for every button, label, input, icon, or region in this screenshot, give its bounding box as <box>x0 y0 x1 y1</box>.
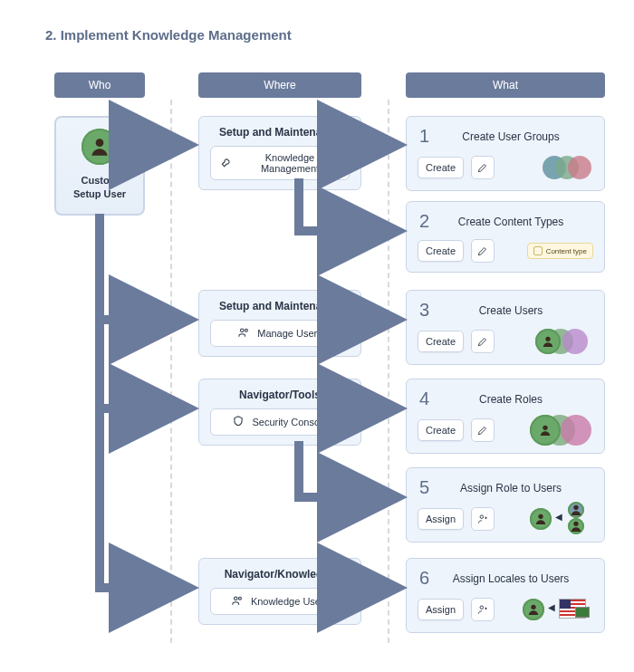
svg-point-2 <box>245 329 248 331</box>
assign-button[interactable]: Assign <box>418 508 464 530</box>
assign-role-graphic: ◀ <box>530 505 593 533</box>
roles-graphic <box>530 417 593 444</box>
step-number: 1 <box>419 126 436 147</box>
svg-point-3 <box>234 597 237 600</box>
who-card-custom-setup-user: CustomSetup User <box>54 116 145 216</box>
chip-label: Manage Users <box>257 328 322 339</box>
where-card-knowledge-users: Navigator/Knowledge Knowledge Users <box>198 558 361 625</box>
who-label: CustomSetup User <box>62 174 138 201</box>
chip-label: Security Console <box>252 417 327 427</box>
step-number: 2 <box>419 211 436 232</box>
assign-locales-graphic: ◀ <box>523 596 593 623</box>
users-icon <box>237 326 250 341</box>
step-number: 3 <box>419 300 436 321</box>
assign-button[interactable]: Assign <box>418 599 464 620</box>
user-avatar-icon <box>568 502 584 518</box>
svg-point-8 <box>538 514 543 519</box>
what-card-3: 3 Create Users Create <box>406 290 605 365</box>
step-title: Create Roles <box>445 393 593 406</box>
svg-point-7 <box>480 515 484 519</box>
chip-label: Knowledge Management <box>240 152 340 174</box>
step-title: Assign Role to Users <box>445 482 593 494</box>
step-number: 4 <box>419 389 436 409</box>
col-header-who: Who <box>54 72 145 98</box>
user-avatar-icon <box>568 518 584 534</box>
step-title: Create Users <box>445 304 593 317</box>
svg-point-0 <box>96 139 104 147</box>
create-button[interactable]: Create <box>418 157 464 178</box>
step-title: Create User Groups <box>445 130 593 143</box>
user-avatar-icon <box>535 329 561 354</box>
svg-point-6 <box>543 426 547 430</box>
what-card-2: 2 Create Content Types Create Content ty… <box>406 201 605 273</box>
svg-point-5 <box>545 337 550 341</box>
what-card-6: 6 Assign Locales to Users Assign ◀ <box>406 558 605 633</box>
step-title: Assign Locales to Users <box>445 572 593 585</box>
where-title: Setup and Maintenance <box>210 300 350 312</box>
edit-button[interactable] <box>471 239 495 263</box>
svg-point-1 <box>241 329 245 332</box>
where-title: Navigator/Knowledge <box>210 568 350 581</box>
user-groups-graphic <box>539 154 593 181</box>
where-card-setup-km: Setup and Maintenance Knowledge Manageme… <box>198 116 361 190</box>
step-title: Create Content Types <box>445 216 593 228</box>
flag-other-icon <box>575 607 590 618</box>
create-button[interactable]: Create <box>418 419 464 441</box>
arrow-left-icon: ◀ <box>555 512 562 522</box>
where-title: Setup and Maintenance <box>210 126 350 139</box>
users-graphic <box>535 328 593 355</box>
user-avatar-icon <box>82 129 118 165</box>
svg-point-12 <box>531 605 535 610</box>
divider <box>388 100 389 643</box>
where-card-manage-users: Setup and Maintenance Manage Users <box>198 290 361 357</box>
chip-knowledge-management: Knowledge Management <box>210 146 350 180</box>
svg-point-11 <box>480 606 484 610</box>
arrow-left-icon: ◀ <box>548 602 555 612</box>
content-type-tag: Content type <box>527 243 593 259</box>
user-avatar-icon <box>523 599 544 620</box>
col-header-where: Where <box>198 72 361 98</box>
users-icon <box>231 594 244 609</box>
col-header-what: What <box>406 72 605 98</box>
svg-point-4 <box>238 597 241 600</box>
chip-knowledge-users: Knowledge Users <box>210 588 350 615</box>
user-avatar-icon <box>530 415 561 446</box>
where-card-security-console: Navigator/Tools Security Console <box>198 379 361 446</box>
what-card-1: 1 Create User Groups Create <box>406 116 605 191</box>
edit-button[interactable] <box>471 156 495 179</box>
what-card-4: 4 Create Roles Create <box>406 379 605 454</box>
shield-icon <box>232 415 245 429</box>
content-type-icon <box>533 246 543 255</box>
user-avatar-icon <box>530 508 552 530</box>
where-title: Navigator/Tools <box>210 389 350 401</box>
svg-point-9 <box>573 505 578 510</box>
step-number: 6 <box>419 568 436 589</box>
page-title: 2. Implement Knowledge Management <box>45 27 292 43</box>
create-button[interactable]: Create <box>418 331 464 352</box>
chip-manage-users: Manage Users <box>210 320 350 347</box>
create-button[interactable]: Create <box>418 240 464 262</box>
what-card-5: 5 Assign Role to Users Assign ◀ <box>406 467 605 542</box>
assign-user-button[interactable] <box>471 598 495 621</box>
step-number: 5 <box>419 477 436 498</box>
edit-button[interactable] <box>471 418 495 442</box>
edit-button[interactable] <box>471 330 495 353</box>
chip-security-console: Security Console <box>210 408 350 436</box>
divider <box>170 100 172 643</box>
wrench-icon <box>220 156 233 170</box>
svg-point-10 <box>573 522 578 526</box>
assign-user-button[interactable] <box>471 507 495 531</box>
chip-label: Knowledge Users <box>251 596 329 607</box>
